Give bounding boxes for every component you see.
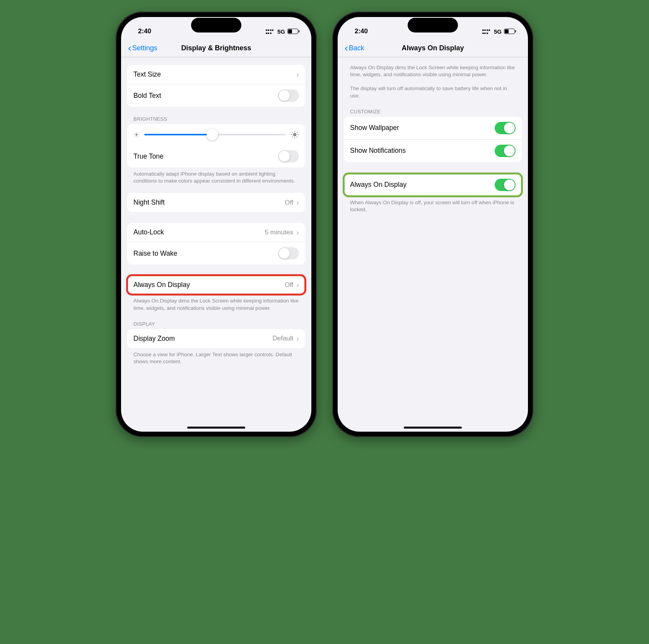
home-indicator[interactable] xyxy=(404,427,462,429)
chevron-right-icon: › xyxy=(296,70,299,79)
text-group: Text Size › Bold Text xyxy=(127,65,305,107)
status-icons: 5G xyxy=(482,28,515,35)
show-notifications-toggle[interactable] xyxy=(495,145,516,157)
svg-line-15 xyxy=(297,137,297,137)
show-notifications-row[interactable]: Show Notifications xyxy=(344,139,522,162)
battery-icon xyxy=(504,29,515,34)
svg-line-6 xyxy=(138,136,138,137)
row-label: Bold Text xyxy=(133,92,275,100)
row-label: Night Shift xyxy=(133,198,282,207)
sun-small-icon xyxy=(133,132,140,138)
content: Always On Display dims the Lock Screen w… xyxy=(338,57,528,432)
status-icons: 5G xyxy=(266,28,298,35)
row-label: Auto-Lock xyxy=(133,228,262,236)
svg-line-16 xyxy=(292,137,293,137)
row-label: Raise to Wake xyxy=(133,249,275,258)
row-label: Show Notifications xyxy=(350,147,492,155)
slider-knob[interactable] xyxy=(207,129,218,140)
auto-lock-row[interactable]: Auto-Lock 5 minutes › xyxy=(127,223,305,242)
row-label: True Tone xyxy=(133,152,275,161)
row-value: Off xyxy=(285,199,293,207)
network-type: 5G xyxy=(494,28,502,35)
svg-line-7 xyxy=(135,136,135,137)
night-shift-group: Night Shift Off › xyxy=(127,193,305,212)
network-type: 5G xyxy=(277,28,285,35)
bold-text-toggle[interactable] xyxy=(278,89,299,102)
display-zoom-footer: Choose a view for iPhone. Larger Text sh… xyxy=(127,348,305,365)
show-wallpaper-row[interactable]: Show Wallpaper xyxy=(344,117,522,139)
nav-bar: ‹ Back Always On Display xyxy=(338,40,528,57)
status-time: 2:40 xyxy=(355,27,368,35)
svg-line-14 xyxy=(292,132,293,133)
chevron-left-icon: ‹ xyxy=(128,45,132,51)
true-tone-footer: Automatically adapt iPhone display based… xyxy=(127,167,305,184)
aod-toggle-row[interactable]: Always On Display xyxy=(344,174,522,196)
chevron-right-icon: › xyxy=(296,228,299,237)
customize-group: Show Wallpaper Show Notifications xyxy=(344,117,522,162)
row-label: Show Wallpaper xyxy=(350,124,492,132)
bold-text-row[interactable]: Bold Text xyxy=(127,84,305,107)
row-label: Always On Display xyxy=(350,181,492,189)
svg-line-5 xyxy=(135,133,135,133)
svg-line-8 xyxy=(138,133,138,133)
true-tone-toggle[interactable] xyxy=(278,150,299,162)
aod-toggle-footer: When Always On Display is off, your scre… xyxy=(344,196,522,213)
home-indicator[interactable] xyxy=(187,427,245,429)
display-zoom-row[interactable]: Display Zoom Default › xyxy=(127,329,305,348)
customize-header: CUSTOMIZE xyxy=(344,99,522,117)
row-label: Always On Display xyxy=(133,281,282,289)
chevron-left-icon: ‹ xyxy=(345,45,348,51)
status-time: 2:40 xyxy=(138,27,151,35)
nav-bar: ‹ Settings Display & Brightness xyxy=(121,40,311,57)
always-on-display-toggle[interactable] xyxy=(495,179,516,191)
back-button[interactable]: ‹ Back xyxy=(345,44,364,52)
always-on-display-group: Always On Display Off › xyxy=(127,275,305,294)
always-on-display-row[interactable]: Always On Display Off › xyxy=(127,275,305,294)
row-value: 5 minutes xyxy=(265,229,294,236)
night-shift-row[interactable]: Night Shift Off › xyxy=(127,193,305,212)
brightness-slider[interactable] xyxy=(144,134,286,135)
text-size-row[interactable]: Text Size › xyxy=(127,65,305,84)
back-label: Back xyxy=(349,44,364,52)
chevron-right-icon: › xyxy=(296,334,299,343)
true-tone-row[interactable]: True Tone xyxy=(127,145,305,167)
svg-point-9 xyxy=(293,133,296,136)
row-value: Default xyxy=(272,335,293,342)
display-header: DISPLAY xyxy=(127,312,305,329)
intro-text-2: The display will turn off automatically … xyxy=(344,78,522,99)
svg-line-17 xyxy=(297,132,297,133)
dynamic-island xyxy=(408,18,458,32)
show-wallpaper-toggle[interactable] xyxy=(495,122,516,134)
lock-group: Auto-Lock 5 minutes › Raise to Wake xyxy=(127,223,305,265)
phone-frame-right: 2:40 5G ‹ Back Always On Display Always … xyxy=(332,12,533,437)
content: Text Size › Bold Text BRIGHTNESS xyxy=(121,57,311,432)
svg-point-0 xyxy=(135,133,137,135)
raise-to-wake-toggle[interactable] xyxy=(278,247,299,260)
display-zoom-group: Display Zoom Default › xyxy=(127,329,305,348)
phone-frame-left: 2:40 5G ‹ Settings Display & Brightness … xyxy=(116,12,317,437)
raise-to-wake-row[interactable]: Raise to Wake xyxy=(127,242,305,265)
brightness-header: BRIGHTNESS xyxy=(127,107,305,124)
aod-footer: Always On Display dims the Lock Screen w… xyxy=(127,294,305,311)
chevron-right-icon: › xyxy=(296,280,299,289)
row-label: Text Size xyxy=(133,70,293,79)
sun-large-icon xyxy=(290,130,299,139)
brightness-slider-row[interactable] xyxy=(127,124,305,145)
screen-always-on-display: 2:40 5G ‹ Back Always On Display Always … xyxy=(338,17,528,432)
page-title: Always On Display xyxy=(338,44,528,52)
row-value: Off xyxy=(285,281,293,289)
screen-display-brightness: 2:40 5G ‹ Settings Display & Brightness … xyxy=(121,17,311,432)
signal-icon xyxy=(482,29,492,34)
brightness-group: True Tone xyxy=(127,124,305,167)
back-button[interactable]: ‹ Settings xyxy=(128,44,157,52)
intro-text-1: Always On Display dims the Lock Screen w… xyxy=(344,57,522,78)
back-label: Settings xyxy=(132,44,157,52)
signal-icon xyxy=(266,29,275,34)
aod-toggle-group: Always On Display xyxy=(344,174,522,196)
chevron-right-icon: › xyxy=(296,198,299,207)
dynamic-island xyxy=(191,18,241,32)
slider-fill xyxy=(144,134,212,135)
battery-icon xyxy=(287,29,298,34)
row-label: Display Zoom xyxy=(133,335,269,343)
